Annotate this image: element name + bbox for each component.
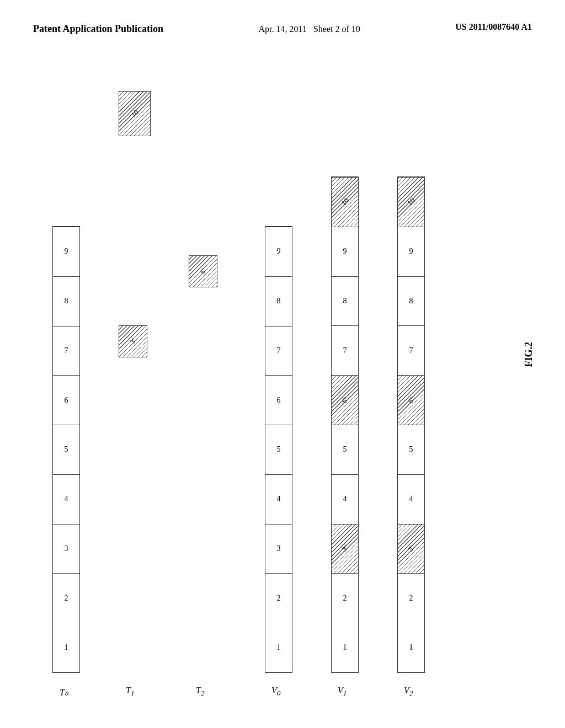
column-T0: 1 2 3 4 5 6 7 8 9 bbox=[52, 226, 80, 673]
segment-V0-8: 8 bbox=[265, 276, 292, 326]
segment-V1-2: 2 bbox=[332, 573, 358, 623]
segment-V2-1: 1 bbox=[398, 623, 424, 672]
column-V0: 1 2 3 4 5 6 7 8 9 bbox=[265, 226, 292, 673]
segment-V1-9: 9 bbox=[332, 227, 358, 276]
timeline-V2: V2 bbox=[404, 686, 413, 698]
segment-V2-10: 10 bbox=[398, 177, 424, 227]
page-header: Patent Application Publication Apr. 14, … bbox=[0, 0, 565, 47]
timeline-V1: V1 bbox=[338, 686, 347, 698]
segment-V2-7: 7 bbox=[398, 325, 424, 375]
segment-T0-6: 6 bbox=[53, 375, 79, 425]
header-center: Apr. 14, 2011 Sheet 2 of 10 bbox=[259, 22, 360, 36]
float-box-T1-10: 10 bbox=[119, 91, 151, 136]
segment-T0-8: 8 bbox=[53, 276, 79, 326]
timeline-T2: T2 bbox=[196, 686, 205, 698]
segment-T0-3: 3 bbox=[53, 524, 79, 574]
segment-T0-2: 2 bbox=[53, 573, 79, 623]
segment-V1-4: 4 bbox=[332, 474, 358, 524]
segment-V2-9: 9 bbox=[398, 227, 424, 276]
column-V1: 1 2 3' 4 5 6' 7 8 9 10 bbox=[331, 176, 359, 673]
segment-V2-4: 4 bbox=[398, 474, 424, 524]
segment-T0-9: 9 bbox=[53, 227, 79, 276]
segment-T0-5: 5 bbox=[53, 425, 79, 474]
segment-V2-6: 6' bbox=[398, 375, 424, 425]
timeline-T1: T1 bbox=[126, 686, 135, 698]
segment-V1-6: 6' bbox=[332, 375, 358, 425]
segment-V1-10: 10 bbox=[332, 177, 358, 227]
column-V2: 1 2 3' 4 5 6' 7 8 9 10 bbox=[397, 176, 425, 673]
header-left: Patent Application Publication bbox=[33, 22, 163, 36]
segment-V2-3: 3' bbox=[398, 524, 424, 574]
header-right: US 2011/0087640 A1 bbox=[455, 22, 532, 32]
segment-V0-4: 4 bbox=[265, 474, 292, 524]
segment-T0-7: 7 bbox=[53, 326, 79, 376]
segment-V2-8: 8 bbox=[398, 276, 424, 326]
float-box-T1-3: 3' bbox=[119, 325, 147, 357]
segment-V1-5: 5 bbox=[332, 425, 358, 474]
segment-T0-4: 4 bbox=[53, 474, 79, 524]
date-label: Apr. 14, 2011 bbox=[259, 24, 307, 34]
patent-publication-label: Patent Application Publication bbox=[33, 23, 163, 34]
segment-T0-1: 1 bbox=[53, 623, 79, 672]
segment-V2-2: 2 bbox=[398, 573, 424, 623]
segment-V0-6: 6 bbox=[265, 375, 292, 425]
segment-V2-5: 5 bbox=[398, 425, 424, 474]
segment-V1-8: 8 bbox=[332, 276, 358, 326]
timeline-V0: V0 bbox=[271, 686, 280, 698]
segment-V0-9: 9 bbox=[265, 227, 292, 276]
segment-V0-7: 7 bbox=[265, 326, 292, 376]
segment-V1-7: 7 bbox=[332, 325, 358, 375]
segment-V1-3: 3' bbox=[332, 524, 358, 574]
segment-V0-2: 2 bbox=[265, 573, 292, 623]
segment-V1-1: 1 bbox=[332, 623, 358, 672]
figure-label: FIG.2 bbox=[523, 342, 535, 367]
segment-V0-3: 3 bbox=[265, 524, 292, 574]
patent-number-label: US 2011/0087640 A1 bbox=[455, 22, 532, 31]
segment-V0-1: 1 bbox=[265, 623, 292, 672]
timeline-T0: T₀ bbox=[60, 687, 68, 698]
float-box-T2-6: 6' bbox=[189, 255, 217, 287]
sheet-label: Sheet 2 of 10 bbox=[313, 24, 360, 34]
segment-V0-5: 5 bbox=[265, 425, 292, 474]
